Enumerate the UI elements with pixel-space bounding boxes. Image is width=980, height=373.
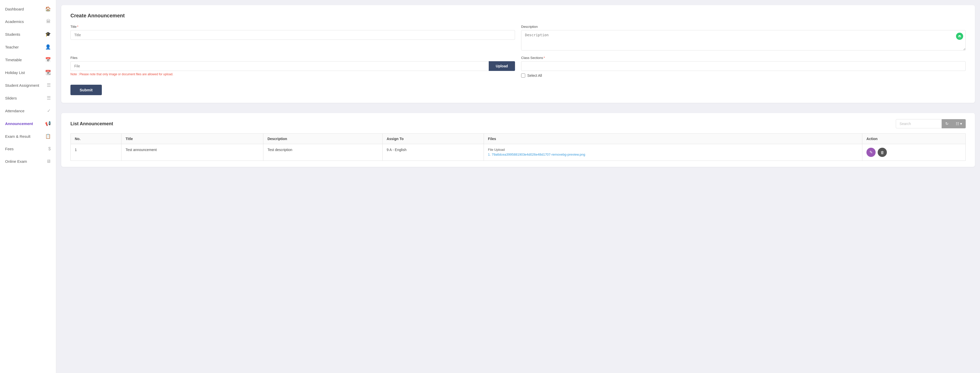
description-wrapper: ◓ [521, 30, 966, 51]
cell-assign-to: 9 A - English [382, 144, 484, 161]
refresh-button[interactable]: ↻ [942, 119, 952, 129]
sidebar-label-exam-result: Exam & Result [5, 134, 43, 138]
col-action: Action [862, 134, 966, 144]
sidebar-icon-dashboard: 🏠 [45, 6, 51, 12]
action-btns: ✎ 🗑 [866, 148, 961, 157]
sidebar-icon-attendance: ✓ [47, 108, 51, 114]
sidebar-label-teacher: Teacher [5, 45, 43, 49]
table-header-row: No.TitleDescriptionAssign ToFilesAction [71, 134, 966, 144]
sidebar-item-sliders[interactable]: Sliders ☰ [0, 92, 56, 104]
sidebar: Dashboard 🏠 Academics 🏛 Students 🎓 Teach… [0, 0, 56, 373]
sidebar-label-announcement: Announcement [5, 121, 43, 126]
sidebar-label-attendance: Attendance [5, 109, 45, 113]
class-sections-input[interactable] [521, 61, 966, 71]
sidebar-icon-timetable: 📅 [45, 57, 51, 62]
sidebar-item-online-exam[interactable]: Online Exam 🖥 [0, 155, 56, 168]
sidebar-icon-students: 🎓 [45, 32, 51, 37]
table-body: 1Test announcementTest description9 A - … [71, 144, 966, 161]
sidebar-label-fees: Fees [5, 147, 46, 151]
sidebar-item-academics[interactable]: Academics 🏛 [0, 15, 56, 28]
cell-files: File Upload 1. 79a6dcea3995881903e4d026e… [484, 144, 862, 161]
list-announcement-card: List Announcement ↻ ☷ ▾ No.TitleDescript… [61, 113, 975, 167]
sidebar-icon-exam-result: 📋 [45, 133, 51, 139]
file-label: File Upload [488, 148, 858, 152]
upload-note: Note : Please note that only image or do… [70, 73, 515, 76]
form-row-1: Title* Description ◓ [70, 25, 966, 51]
sidebar-item-timetable[interactable]: Timetable 📅 [0, 53, 56, 66]
submit-button[interactable]: Submit [70, 85, 102, 95]
cell-no: 1 [71, 144, 121, 161]
cell-description: Test description [263, 144, 383, 161]
select-all-row: Select All [521, 73, 966, 78]
sidebar-label-student-assignment: Student Assignment [5, 83, 45, 87]
separator [56, 108, 980, 113]
title-label: Title* [70, 25, 515, 29]
table-header: No.TitleDescriptionAssign ToFilesAction [71, 134, 966, 144]
col-no-: No. [71, 134, 121, 144]
list-controls: ↻ ☷ ▾ [896, 119, 966, 129]
sidebar-icon-teacher: 👤 [45, 44, 51, 50]
sidebar-icon-holiday-list: 📆 [45, 70, 51, 75]
col-assign-to: Assign To [382, 134, 484, 144]
description-group: Description ◓ [521, 25, 966, 51]
columns-button[interactable]: ☷ ▾ [952, 119, 966, 129]
file-input-wrapper: Upload [70, 61, 515, 71]
sidebar-item-teacher[interactable]: Teacher 👤 [0, 41, 56, 53]
sidebar-icon-announcement: 📢 [45, 121, 51, 126]
description-label: Description [521, 25, 966, 29]
main-content: Create Announcement Title* Description ◓… [56, 0, 980, 373]
create-announcement-card: Create Announcement Title* Description ◓… [61, 5, 975, 103]
announcements-table: No.TitleDescriptionAssign ToFilesAction … [70, 133, 966, 161]
sidebar-item-attendance[interactable]: Attendance ✓ [0, 104, 56, 117]
sidebar-icon-student-assignment: ☰ [47, 83, 51, 88]
select-all-label: Select All [527, 73, 542, 78]
search-input[interactable] [896, 119, 942, 129]
files-group: Files Upload Note : Please note that onl… [70, 56, 515, 78]
sidebar-item-exam-result[interactable]: Exam & Result 📋 [0, 130, 56, 143]
col-files: Files [484, 134, 862, 144]
form-row-2: Files Upload Note : Please note that onl… [70, 56, 966, 78]
sidebar-item-dashboard[interactable]: Dashboard 🏠 [0, 3, 56, 15]
sidebar-label-dashboard: Dashboard [5, 7, 43, 11]
sidebar-icon-online-exam: 🖥 [46, 159, 51, 164]
list-announcement-title: List Announcement [70, 121, 113, 127]
cell-title: Test announcement [121, 144, 263, 161]
file-input[interactable] [70, 61, 489, 71]
file-link[interactable]: 1. 79a6dcea3995881903e4d026e48d1707-remo… [488, 152, 585, 156]
sidebar-item-announcement[interactable]: Announcement 📢 [0, 117, 56, 130]
class-sections-label: Class Sections* [521, 56, 966, 60]
col-description: Description [263, 134, 383, 144]
edit-button[interactable]: ✎ [866, 148, 876, 157]
sidebar-icon-fees: $ [48, 146, 51, 152]
description-input[interactable] [521, 30, 966, 51]
title-input[interactable] [70, 30, 515, 40]
sidebar-item-fees[interactable]: Fees $ [0, 143, 56, 155]
col-title: Title [121, 134, 263, 144]
cell-action: ✎ 🗑 [862, 144, 966, 161]
create-announcement-title: Create Announcement [70, 13, 966, 19]
class-sections-group: Class Sections* Select All [521, 56, 966, 78]
sidebar-label-sliders: Sliders [5, 96, 45, 100]
upload-button[interactable]: Upload [489, 61, 515, 71]
sidebar-item-student-assignment[interactable]: Student Assignment ☰ [0, 79, 56, 92]
list-header: List Announcement ↻ ☷ ▾ [70, 119, 966, 129]
sidebar-label-academics: Academics [5, 19, 44, 24]
title-group: Title* [70, 25, 515, 51]
description-icon[interactable]: ◓ [956, 33, 963, 40]
sidebar-label-holiday-list: Holiday List [5, 70, 43, 75]
sidebar-icon-academics: 🏛 [46, 19, 51, 24]
select-all-checkbox[interactable] [521, 73, 525, 78]
sidebar-icon-sliders: ☰ [47, 95, 51, 101]
delete-button[interactable]: 🗑 [878, 148, 887, 157]
sidebar-label-students: Students [5, 32, 43, 37]
sidebar-label-online-exam: Online Exam [5, 159, 44, 163]
table-row: 1Test announcementTest description9 A - … [71, 144, 966, 161]
sidebar-item-students[interactable]: Students 🎓 [0, 28, 56, 41]
sidebar-label-timetable: Timetable [5, 58, 43, 62]
sidebar-item-holiday-list[interactable]: Holiday List 📆 [0, 66, 56, 79]
files-label: Files [70, 56, 515, 60]
